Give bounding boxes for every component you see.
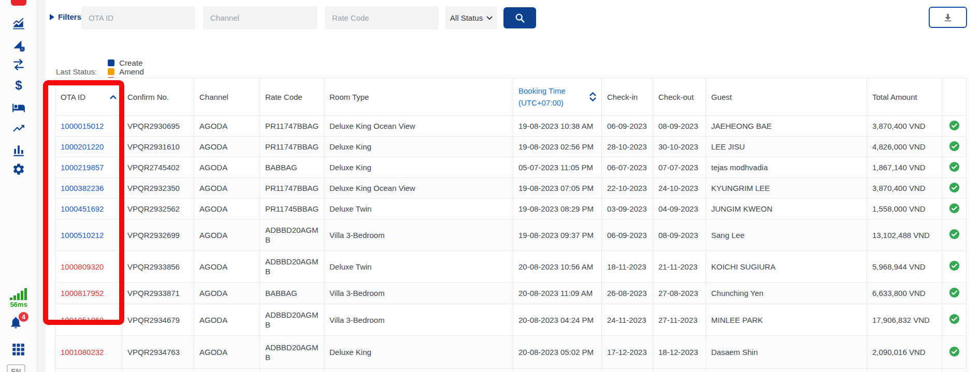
language-selector[interactable]: EN (7, 364, 25, 372)
trending-up-icon[interactable] (11, 121, 26, 136)
analytics-settings-icon[interactable] (11, 38, 26, 53)
legend-color-swatch (108, 68, 114, 75)
cell-room-type: Deluxe King Ocean View (324, 178, 513, 199)
cell-total-amount: 3,870,400 VND (867, 116, 942, 137)
header-booking-time[interactable]: Booking Time (UTC+07:00) (513, 78, 602, 116)
download-button[interactable] (929, 7, 967, 28)
header-ota-id[interactable]: OTA ID (55, 78, 122, 116)
ota-id-input[interactable] (81, 6, 195, 29)
apps-grid-icon[interactable] (11, 343, 25, 359)
confirmed-check-icon (942, 336, 967, 369)
hotel-bed-icon[interactable] (11, 100, 26, 115)
rate-code-input[interactable] (325, 6, 439, 29)
table-row: 1000219857VPQR2745402AGODABABBAGDeluxe K… (55, 157, 967, 178)
app-logo[interactable] (11, 0, 26, 6)
filters-label: Filters (58, 12, 81, 21)
table-row: 1001051068VPQR2934679AGODAADBBD20AGMBVil… (55, 304, 967, 336)
header-check-in: Check-in (602, 78, 653, 116)
cell-confirm-no: VPQR2934679 (122, 304, 194, 336)
cell-check-in: 06-07-2023 (602, 157, 653, 178)
notifications-bell-icon[interactable]: 4 (9, 316, 30, 332)
cell-guest: LEE JISU (706, 137, 867, 157)
legend-item-label: Create (119, 58, 142, 67)
cell-check-out: 18-12-2023 (653, 336, 706, 369)
signal-bars-icon (10, 288, 27, 302)
cell-guest: JAEHEONG BAE (706, 116, 867, 137)
partial-cell (942, 369, 967, 372)
dollar-icon[interactable]: $ (11, 78, 26, 93)
sort-both-icon (589, 92, 596, 102)
cell-channel: AGODA (194, 137, 260, 157)
sidebar: $ 56ms 4 EN (0, 0, 37, 372)
cell-booking-time: 19-08-2023 07:05 PM (513, 178, 602, 199)
ota-id-link[interactable]: 1000809320 (61, 262, 104, 271)
cell-room-type: Deluxe Twin (324, 199, 513, 219)
ota-id-link[interactable]: 1000201220 (61, 142, 104, 151)
ota-id-link[interactable]: 1000219857 (61, 163, 104, 172)
ota-id-link[interactable]: 1000817952 (61, 289, 104, 297)
cell-booking-time: 19-08-2023 09:37 PM (513, 219, 602, 251)
header-check-out: Check-out (653, 78, 706, 116)
ota-id-link[interactable]: 1000451692 (61, 204, 104, 213)
search-button[interactable] (503, 7, 536, 28)
confirmed-check-icon (942, 251, 967, 282)
cell-total-amount: 5,968,944 VND (867, 251, 942, 282)
cell-rate-code: PR11747BBAG (260, 178, 324, 199)
download-icon (942, 12, 954, 23)
cell-booking-time: 05-07-2023 11:05 PM (513, 157, 602, 178)
cell-check-out: 04-09-2023 (653, 199, 706, 219)
cell-booking-time: 19-08-2023 02:56 PM (513, 137, 602, 157)
cell-confirm-no: VPQR2930695 (122, 116, 194, 137)
ota-id-link[interactable]: 1000382236 (61, 184, 104, 192)
confirmed-check-icon (942, 157, 967, 178)
cell-check-out: 27-11-2023 (653, 304, 706, 336)
cell-booking-time: 20-08-2023 05:02 PM (513, 336, 602, 369)
table-row: 1000809320VPQR2933856AGODAADBBD20AGMBDel… (55, 251, 967, 282)
table-row: 1001080232VPQR2934763AGODAADBBD20AGMBDel… (55, 336, 967, 369)
cell-check-in: 28-10-2023 (602, 137, 653, 157)
area-chart-icon[interactable] (11, 16, 26, 32)
ota-id-link[interactable]: 1000510212 (61, 231, 104, 240)
header-confirm-no: Confirm No. (122, 78, 194, 116)
search-icon (514, 12, 526, 24)
cell-rate-code: ADBBD20AGMB (260, 251, 324, 282)
ota-id-link[interactable]: 1000015012 (61, 122, 104, 130)
transfer-arrows-icon[interactable] (11, 57, 26, 72)
booking-table-body: 1000015012VPQR2930695AGODAPR11747BBAGDel… (55, 116, 967, 372)
cell-check-in: 22-10-2023 (602, 178, 653, 199)
cell-total-amount: 2,090,016 VND (867, 336, 942, 369)
filters-expand-icon (50, 14, 54, 20)
status-dropdown[interactable]: All Status (445, 6, 497, 29)
cell-check-in: 06-09-2023 (602, 116, 653, 137)
ota-id-link[interactable]: 1001051068 (61, 316, 104, 324)
cell-room-type: Deluxe King (324, 157, 513, 178)
cell-check-in: 24-11-2023 (602, 304, 653, 336)
cell-check-out: 08-09-2023 (653, 219, 706, 251)
cell-booking-time: 20-08-2023 04:24 PM (513, 304, 602, 336)
cell-booking-time: 19-08-2023 10:38 AM (513, 116, 602, 137)
ota-id-link[interactable]: 1001080232 (61, 348, 104, 356)
bar-chart-icon[interactable] (11, 143, 26, 158)
header-rate-code: Rate Code (260, 78, 324, 116)
cell-confirm-no: VPQR2745402 (122, 157, 194, 178)
partial-cell (653, 369, 706, 372)
cell-confirm-no: VPQR2931610 (122, 137, 194, 157)
cell-check-out: 21-11-2023 (653, 251, 706, 282)
settings-gear-icon[interactable] (11, 161, 26, 177)
cell-guest: tejas modhvadia (706, 157, 867, 178)
bookings-table: OTA ID Confirm No. Channel Rate Code Roo… (55, 78, 967, 372)
header-status (942, 78, 967, 116)
cell-guest: Sang Lee (706, 219, 867, 251)
cell-guest: Chunching Yen (706, 282, 867, 304)
cell-confirm-no: VPQR2934763 (122, 336, 194, 369)
filters-toggle[interactable]: Filters (50, 12, 81, 21)
confirmed-check-icon (942, 178, 967, 199)
cell-booking-time: 20-08-2023 11:09 AM (513, 282, 602, 304)
cell-rate-code: PR11747BBAG (260, 116, 324, 137)
cell-channel: AGODA (194, 304, 260, 336)
legend-item-label: Amend (119, 67, 144, 76)
cell-room-type: Villa 3-Bedroom (324, 219, 513, 251)
cell-check-in: 18-11-2023 (602, 251, 653, 282)
channel-input[interactable] (203, 6, 317, 29)
cell-room-type: Villa 3-Bedroom (324, 282, 513, 304)
